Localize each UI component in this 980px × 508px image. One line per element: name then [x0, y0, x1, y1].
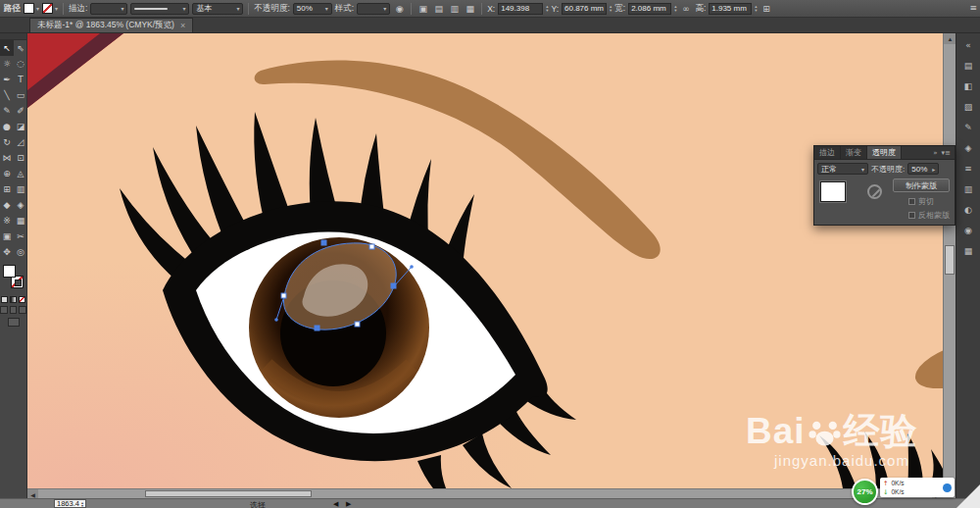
- blend-mode-combo[interactable]: 正常▾: [817, 163, 868, 175]
- panel-opacity-combo[interactable]: 50%▸: [907, 163, 939, 175]
- color-button[interactable]: [1, 296, 8, 303]
- pen-tool[interactable]: ✒: [0, 72, 14, 87]
- width-tool[interactable]: ⋈: [0, 150, 14, 166]
- vertical-scroll-thumb[interactable]: [945, 245, 955, 275]
- symbols-panel-icon[interactable]: ◈: [959, 139, 977, 156]
- magic-wand-tool[interactable]: ☼: [0, 56, 14, 72]
- column-graph-tool[interactable]: ▦: [14, 213, 27, 229]
- panel-menu-icon[interactable]: ≡: [969, 3, 977, 13]
- invert-mask-checkbox[interactable]: 反相蒙版: [908, 210, 950, 221]
- draw-inside-button[interactable]: [19, 306, 26, 314]
- width-stepper[interactable]: ▴▾: [674, 5, 676, 13]
- swatches-panel-icon[interactable]: ▨: [959, 98, 977, 115]
- link-dimensions-icon[interactable]: ∞: [679, 4, 692, 14]
- color-guide-panel-icon[interactable]: ◧: [959, 77, 977, 94]
- height-field[interactable]: 1.935 mm: [709, 3, 752, 15]
- progress-badge[interactable]: 27%: [852, 479, 878, 505]
- perspective-grid-tool[interactable]: ◬: [14, 166, 27, 181]
- anchor-point[interactable]: [355, 322, 360, 327]
- gradient-button[interactable]: [10, 296, 17, 303]
- bezier-handle[interactable]: [274, 318, 278, 322]
- canvas-area[interactable]: Bai 经验 jingyan.baidu.com: [27, 33, 943, 488]
- x-field[interactable]: 149.398: [498, 3, 543, 15]
- anchor-point[interactable]: [369, 244, 374, 249]
- transform-icon[interactable]: ⊞: [760, 4, 773, 14]
- height-stepper[interactable]: ▴▾: [755, 5, 757, 13]
- align-left-icon[interactable]: ▤: [432, 4, 445, 14]
- zoom-tool[interactable]: ◎: [14, 244, 27, 260]
- gradient-tool[interactable]: ▥: [14, 181, 27, 197]
- anchor-point[interactable]: [281, 293, 286, 298]
- paintbrush-tool[interactable]: ✎: [0, 103, 14, 119]
- horizontal-scroll-thumb[interactable]: [145, 490, 312, 497]
- stroke-width-combo[interactable]: ▾: [90, 3, 127, 15]
- align-center-icon[interactable]: ▥: [448, 4, 461, 14]
- make-mask-button[interactable]: 制作蒙版: [893, 178, 950, 192]
- tab-transparency[interactable]: 透明度: [867, 146, 902, 159]
- y-field[interactable]: 60.876 mm: [562, 3, 607, 15]
- mesh-tool[interactable]: ⊞: [0, 181, 14, 197]
- tab-gradient[interactable]: 渐变: [841, 146, 867, 159]
- artboard-tool[interactable]: ▣: [0, 229, 14, 244]
- draw-behind-button[interactable]: [10, 306, 18, 314]
- line-segment-tool[interactable]: ╲: [0, 87, 14, 103]
- artboard-prev-icon[interactable]: ◀: [333, 500, 338, 508]
- rotate-tool[interactable]: ↻: [0, 134, 14, 150]
- transparency-panel-icon[interactable]: ◐: [959, 201, 977, 218]
- panel-flyout-menu-icon[interactable]: ▾≡: [942, 149, 951, 157]
- eraser-tool[interactable]: ◪: [14, 119, 27, 134]
- tab-stroke[interactable]: 描边: [814, 146, 841, 159]
- pencil-tool[interactable]: ✐: [14, 103, 27, 119]
- align-right-icon[interactable]: ▦: [464, 4, 476, 14]
- symbol-sprayer-tool[interactable]: ※: [0, 213, 14, 229]
- mask-thumbnail[interactable]: [861, 181, 887, 202]
- clip-checkbox[interactable]: 剪切: [908, 196, 934, 207]
- resize-grip[interactable]: [956, 484, 980, 508]
- anchor-point[interactable]: [321, 240, 326, 245]
- width-field[interactable]: 2.086 mm: [628, 3, 671, 15]
- speed-widget[interactable]: ↑ 0K/s ↓ 0K/s: [880, 478, 955, 497]
- blend-tool[interactable]: ◈: [14, 197, 27, 213]
- stroke-panel-icon[interactable]: ≡: [959, 160, 977, 177]
- shape-builder-tool[interactable]: ⊕: [0, 166, 14, 181]
- brush-definition-combo[interactable]: 基本▾: [192, 3, 243, 15]
- direct-selection-tool[interactable]: ⇖: [14, 40, 27, 56]
- fill-color-swatch[interactable]: ▾: [24, 3, 39, 14]
- gradient-panel-icon[interactable]: ▥: [959, 180, 977, 197]
- bezier-handle[interactable]: [410, 265, 414, 269]
- y-stepper[interactable]: ▴▾: [610, 5, 612, 13]
- panel-collapse-icon[interactable]: »: [933, 149, 937, 157]
- free-transform-tool[interactable]: ⊡: [14, 150, 27, 166]
- widget-settings-icon[interactable]: [943, 483, 952, 492]
- horizontal-scrollbar[interactable]: ◀ ▶: [27, 488, 943, 498]
- tab-close-icon[interactable]: ×: [180, 22, 185, 30]
- screen-mode-button[interactable]: [8, 318, 20, 327]
- document-setup-icon[interactable]: ▣: [416, 4, 429, 14]
- type-tool[interactable]: T: [14, 72, 27, 87]
- hand-tool[interactable]: ✥: [0, 244, 14, 260]
- style-combo[interactable]: ▾: [357, 3, 390, 15]
- blob-brush-tool[interactable]: ●: [0, 119, 14, 134]
- lasso-tool[interactable]: ◌: [14, 56, 27, 72]
- eyedropper-tool[interactable]: ◆: [0, 197, 14, 213]
- rectangle-tool[interactable]: ▭: [14, 87, 27, 103]
- tools-panel-header[interactable]: [0, 33, 26, 40]
- selection-tool[interactable]: ↖: [0, 40, 14, 56]
- zoom-stepper[interactable]: ▴▾: [81, 501, 83, 507]
- slice-tool[interactable]: ✂: [14, 229, 27, 244]
- scale-tool[interactable]: ◿: [14, 134, 27, 150]
- recolor-artwork-icon[interactable]: ◉: [393, 4, 406, 14]
- document-tab[interactable]: 未标题-1* @ 1863.45% (CMYK/预览) ×: [29, 18, 193, 32]
- none-button[interactable]: [19, 296, 25, 303]
- brushes-panel-icon[interactable]: ✎: [959, 119, 977, 135]
- variable-width-combo[interactable]: ▾: [130, 3, 189, 15]
- appearance-panel-icon[interactable]: ◉: [959, 222, 977, 238]
- layers-panel-icon[interactable]: ▦: [959, 242, 977, 259]
- expand-panels-icon[interactable]: «: [959, 36, 977, 53]
- color-panel-icon[interactable]: ▤: [959, 57, 977, 74]
- zoom-level-combo[interactable]: 1863.4 ▴▾: [54, 499, 86, 508]
- x-stepper[interactable]: ▴▾: [546, 5, 548, 13]
- opacity-combo[interactable]: 50%▾: [293, 3, 332, 15]
- fill-proxy-swatch[interactable]: [3, 265, 16, 278]
- draw-normal-button[interactable]: [0, 306, 8, 314]
